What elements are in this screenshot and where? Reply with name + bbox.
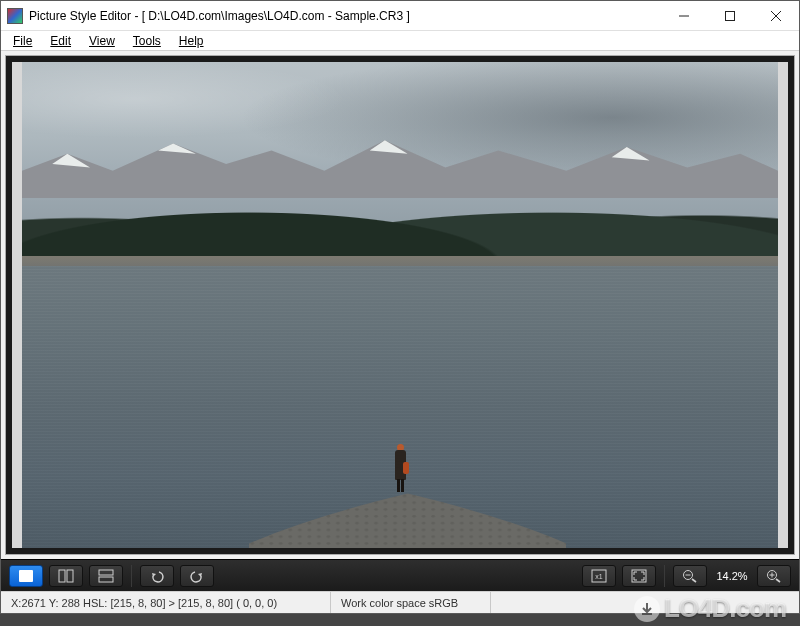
- svg-rect-5: [99, 570, 113, 575]
- svg-rect-0: [726, 11, 735, 20]
- window-title: Picture Style Editor - [ D:\LO4D.com\Ima…: [29, 9, 661, 23]
- undo-button[interactable]: [140, 565, 174, 587]
- redo-button[interactable]: [180, 565, 214, 587]
- zoom-out-button[interactable]: [673, 565, 707, 587]
- app-icon: [7, 8, 23, 24]
- close-button[interactable]: [753, 1, 799, 30]
- view-toolbar: x1 14.2%: [1, 559, 799, 591]
- view-split-horizontal-button[interactable]: [89, 565, 123, 587]
- svg-text:x1: x1: [595, 573, 603, 580]
- status-coordinates: X:2671 Y: 288 HSL: [215, 8, 80] > [215, …: [1, 592, 331, 613]
- svg-rect-6: [99, 577, 113, 582]
- canvas-outer: [5, 55, 795, 555]
- maximize-button[interactable]: [707, 1, 753, 30]
- status-spacer: [491, 592, 799, 613]
- viewport-pad-right: [778, 62, 788, 548]
- zoom-in-button[interactable]: [757, 565, 791, 587]
- svg-line-14: [776, 579, 780, 582]
- view-single-button[interactable]: [9, 565, 43, 587]
- app-window: Picture Style Editor - [ D:\LO4D.com\Ima…: [0, 0, 800, 614]
- status-colorspace: Work color space sRGB: [331, 592, 491, 613]
- menu-view[interactable]: View: [81, 32, 123, 50]
- zoom-level-label: 14.2%: [713, 570, 751, 582]
- title-bar: Picture Style Editor - [ D:\LO4D.com\Ima…: [1, 1, 799, 31]
- canvas-frame: [1, 51, 799, 559]
- menu-file[interactable]: File: [5, 32, 40, 50]
- fit-screen-button[interactable]: [622, 565, 656, 587]
- menu-help[interactable]: Help: [171, 32, 212, 50]
- menu-bar: File Edit View Tools Help: [1, 31, 799, 51]
- menu-edit[interactable]: Edit: [42, 32, 79, 50]
- viewport-pad-left: [12, 62, 22, 548]
- window-controls: [661, 1, 799, 30]
- image-content: [22, 62, 778, 548]
- minimize-button[interactable]: [661, 1, 707, 30]
- svg-rect-4: [67, 570, 73, 582]
- actual-size-button[interactable]: x1: [582, 565, 616, 587]
- status-bar: X:2671 Y: 288 HSL: [215, 8, 80] > [215, …: [1, 591, 799, 613]
- svg-rect-3: [59, 570, 65, 582]
- svg-line-11: [692, 579, 696, 582]
- menu-tools[interactable]: Tools: [125, 32, 169, 50]
- person-in-image: [392, 444, 409, 493]
- svg-rect-2: [19, 570, 33, 582]
- image-viewport[interactable]: [12, 62, 788, 548]
- view-split-vertical-button[interactable]: [49, 565, 83, 587]
